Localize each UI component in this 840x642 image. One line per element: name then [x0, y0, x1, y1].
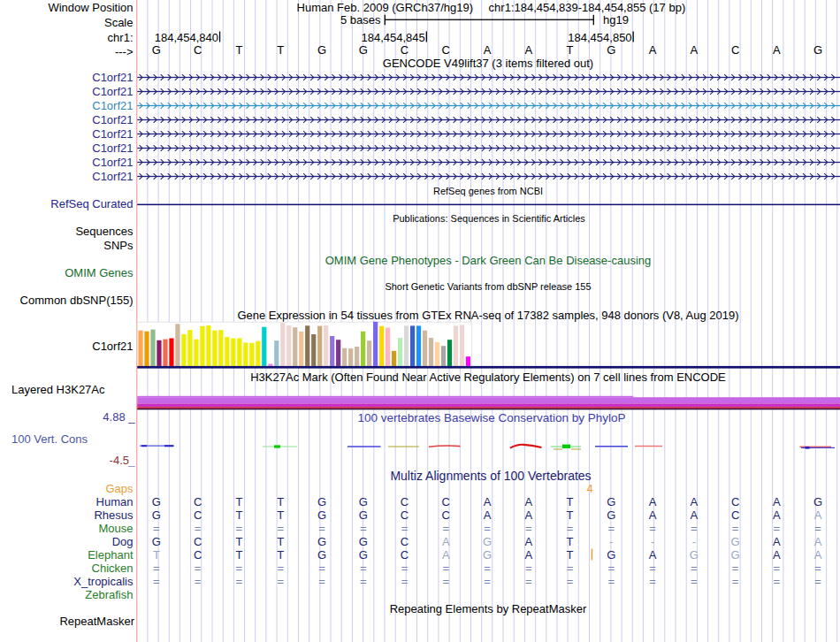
svg-text:chr1:184,454,839-184,454,855 (: chr1:184,454,839-184,454,855 (17 bp): [489, 1, 686, 14]
svg-text:C: C: [401, 535, 409, 548]
svg-text:A: A: [649, 43, 657, 57]
svg-text:A: A: [524, 548, 532, 562]
svg-text:=: =: [814, 522, 821, 535]
svg-text:G: G: [607, 508, 615, 522]
svg-text:Common dbSNP(155): Common dbSNP(155): [20, 294, 134, 307]
svg-text:T: T: [567, 43, 574, 57]
svg-text:=: =: [442, 522, 449, 535]
svg-text:=: =: [607, 522, 615, 535]
svg-text:T: T: [277, 508, 284, 522]
svg-text:A: A: [649, 548, 657, 562]
svg-text:A: A: [690, 508, 698, 522]
svg-text:184,454,845: 184,454,845: [362, 31, 425, 44]
svg-text:Human Feb. 2009 (GRCh37/hg19): Human Feb. 2009 (GRCh37/hg19): [297, 1, 473, 14]
svg-text:C: C: [194, 535, 202, 548]
svg-text:184,454,850: 184,454,850: [568, 31, 631, 44]
svg-text:=: =: [195, 575, 202, 588]
svg-text:=: =: [236, 575, 243, 588]
svg-text:100 vertebrates Basewise Conse: 100 vertebrates Basewise Conservation by…: [357, 411, 625, 424]
svg-text:G: G: [152, 43, 161, 57]
svg-text:G: G: [317, 508, 326, 522]
svg-text:T: T: [277, 495, 284, 508]
svg-text:G: G: [483, 535, 492, 548]
svg-text:G: G: [152, 535, 161, 548]
svg-text:C: C: [731, 495, 739, 508]
svg-text:=: =: [567, 575, 574, 588]
svg-text:Scale: Scale: [104, 16, 134, 29]
svg-text:=: =: [318, 575, 325, 588]
svg-text:=: =: [360, 522, 367, 535]
svg-text:T: T: [235, 535, 242, 548]
svg-text:=: =: [814, 562, 821, 575]
svg-text:A: A: [773, 495, 781, 508]
svg-text:A: A: [524, 535, 532, 548]
svg-text:T: T: [235, 548, 242, 562]
svg-text:A: A: [814, 535, 822, 548]
svg-text:4: 4: [586, 482, 592, 495]
svg-text:A: A: [814, 508, 822, 522]
svg-text:T: T: [567, 508, 574, 522]
svg-text:C1orf21: C1orf21: [92, 340, 133, 353]
svg-text:=: =: [401, 562, 409, 575]
svg-text:=: =: [607, 575, 615, 588]
svg-text:G: G: [731, 548, 740, 562]
svg-text:G: G: [317, 43, 326, 57]
svg-text:A: A: [649, 495, 657, 508]
svg-text:=: =: [236, 522, 243, 535]
svg-text:=: =: [607, 562, 615, 575]
svg-text:G: G: [607, 548, 615, 562]
svg-text:=: =: [318, 522, 325, 535]
svg-text:C: C: [401, 43, 409, 57]
svg-text:=: =: [649, 522, 656, 535]
svg-text:Human: Human: [96, 495, 134, 508]
svg-text:Mouse: Mouse: [98, 522, 133, 535]
svg-text:=: =: [691, 575, 698, 588]
svg-text:=: =: [153, 562, 160, 575]
svg-text:C1orf21: C1orf21: [92, 71, 133, 84]
svg-text:Publications: Sequences in Sci: Publications: Sequences in Scientific Ar…: [393, 213, 585, 224]
svg-text:=: =: [195, 562, 202, 575]
svg-text:C: C: [401, 508, 409, 522]
svg-text:X_tropicalis: X_tropicalis: [73, 575, 134, 588]
svg-text:=: =: [360, 575, 367, 588]
svg-text:C: C: [442, 495, 450, 508]
svg-text:C1orf21: C1orf21: [92, 170, 133, 183]
svg-text:=: =: [525, 522, 532, 535]
svg-text:=: =: [732, 522, 739, 535]
svg-text:=: =: [567, 562, 574, 575]
svg-text:Zebrafish: Zebrafish: [85, 588, 133, 601]
svg-text:G: G: [607, 43, 615, 57]
svg-text:OMIM Genes: OMIM Genes: [65, 266, 134, 279]
svg-text:C1orf21: C1orf21: [92, 127, 133, 141]
svg-text:=: =: [401, 522, 409, 535]
svg-text:184,454,840: 184,454,840: [155, 31, 218, 44]
svg-text:A: A: [690, 43, 698, 57]
svg-text:=: =: [691, 522, 698, 535]
svg-text:=: =: [484, 522, 491, 535]
svg-text:Window Position: Window Position: [48, 1, 133, 14]
svg-text:Gene Expression in 54 tissues: Gene Expression in 54 tissues from GTEx …: [237, 309, 738, 322]
svg-text:-4.5: -4.5: [110, 454, 129, 467]
svg-text:C: C: [194, 495, 202, 508]
svg-text:=: =: [732, 562, 739, 575]
svg-text:A: A: [690, 495, 698, 508]
svg-text:A: A: [484, 508, 492, 522]
svg-text:=: =: [567, 522, 574, 535]
svg-text:G: G: [317, 495, 326, 508]
svg-text:T: T: [235, 495, 242, 508]
svg-text:T: T: [567, 548, 574, 562]
svg-text:G: G: [483, 548, 492, 562]
svg-text:=: =: [774, 522, 781, 535]
svg-text:G: G: [317, 535, 326, 548]
svg-text:Repeating Elements by RepeatMa: Repeating Elements by RepeatMasker: [390, 602, 587, 615]
svg-text:H3K27Ac Mark (Often Found Near: H3K27Ac Mark (Often Found Near Active Re…: [250, 371, 726, 384]
svg-text:T: T: [235, 508, 242, 522]
svg-text:=: =: [774, 575, 781, 588]
svg-text:=: =: [732, 575, 739, 588]
svg-text:A: A: [773, 508, 781, 522]
svg-text:_: _: [127, 454, 135, 467]
svg-text:C: C: [731, 43, 739, 57]
svg-text:T: T: [153, 548, 160, 562]
svg-text:C1orf21: C1orf21: [92, 113, 133, 126]
svg-text:--->: --->: [115, 45, 134, 58]
